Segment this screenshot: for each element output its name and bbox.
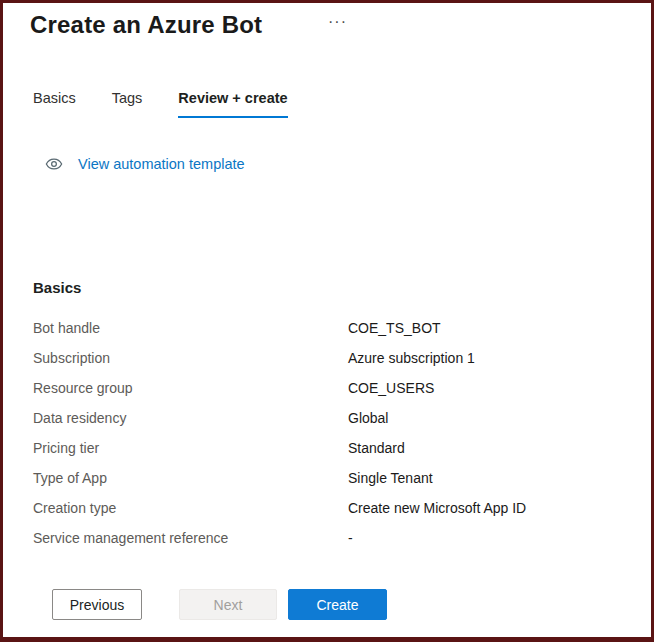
view-automation-template-link[interactable]: View automation template xyxy=(45,155,245,173)
row-value: Azure subscription 1 xyxy=(348,350,475,366)
page-title: Create an Azure Bot xyxy=(30,11,262,39)
summary-row: Subscription Azure subscription 1 xyxy=(33,343,631,373)
row-label: Type of App xyxy=(33,470,348,486)
row-value: Standard xyxy=(348,440,405,456)
row-value: Single Tenant xyxy=(348,470,433,486)
row-label: Pricing tier xyxy=(33,440,348,456)
row-label: Data residency xyxy=(33,410,348,426)
row-value: Global xyxy=(348,410,388,426)
row-label: Service management reference xyxy=(33,530,348,546)
row-value: Create new Microsoft App ID xyxy=(348,500,526,516)
summary-row: Service management reference - xyxy=(33,523,631,553)
summary-row: Resource group COE_USERS xyxy=(33,373,631,403)
footer-button-bar: Previous Next Create xyxy=(52,589,387,620)
row-label: Resource group xyxy=(33,380,348,396)
summary-row: Data residency Global xyxy=(33,403,631,433)
row-value: - xyxy=(348,530,353,546)
more-options-icon[interactable]: ··· xyxy=(328,13,347,31)
row-value: COE_TS_BOT xyxy=(348,320,441,336)
summary-row: Type of App Single Tenant xyxy=(33,463,631,493)
basics-section-heading: Basics xyxy=(33,279,81,296)
previous-button[interactable]: Previous xyxy=(52,589,142,620)
tab-bar: Basics Tags Review + create xyxy=(33,90,288,118)
summary-rows: Bot handle COE_TS_BOT Subscription Azure… xyxy=(33,313,631,553)
row-label: Bot handle xyxy=(33,320,348,336)
row-value: COE_USERS xyxy=(348,380,434,396)
create-button[interactable]: Create xyxy=(288,589,387,620)
summary-row: Pricing tier Standard xyxy=(33,433,631,463)
tab-review-create[interactable]: Review + create xyxy=(178,90,287,118)
create-azure-bot-page: Create an Azure Bot ··· Basics Tags Revi… xyxy=(0,0,654,642)
tab-basics[interactable]: Basics xyxy=(33,90,76,118)
row-label: Creation type xyxy=(33,500,348,516)
automation-link-label: View automation template xyxy=(78,156,245,172)
eye-icon xyxy=(45,155,63,173)
summary-row: Bot handle COE_TS_BOT xyxy=(33,313,631,343)
next-button[interactable]: Next xyxy=(179,589,277,620)
summary-row: Creation type Create new Microsoft App I… xyxy=(33,493,631,523)
row-label: Subscription xyxy=(33,350,348,366)
tab-tags[interactable]: Tags xyxy=(112,90,143,118)
